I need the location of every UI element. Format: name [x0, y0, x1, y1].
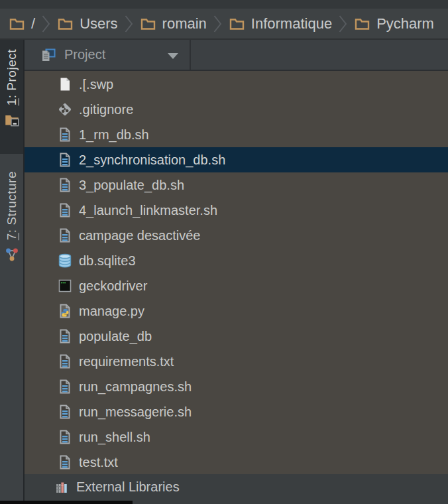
tree-item[interactable]: test.txt — [25, 450, 448, 474]
folder-icon — [354, 16, 370, 31]
external-libraries-area: External Libraries — [25, 474, 448, 504]
tree-item[interactable]: run_messagerie.sh — [25, 399, 448, 424]
breadcrumb-label: romain — [162, 15, 207, 32]
tree-item[interactable]: .gitignore — [25, 97, 448, 122]
breadcrumb-item[interactable]: Users — [57, 15, 117, 32]
breadcrumb: /UsersromainInformatiquePycharm — [0, 9, 448, 40]
chevron-right-separator-icon — [125, 15, 133, 33]
tree-item-label: 1_rm_db.sh — [79, 127, 149, 143]
header-divider — [190, 40, 191, 70]
tree-item[interactable]: manage.py — [25, 298, 448, 324]
tree-item[interactable]: geckodriver — [25, 273, 448, 298]
tree-item[interactable]: .[.swp — [25, 72, 448, 97]
sidebar-tab-label: 7: Structure — [5, 171, 18, 240]
toolwindow-title: Project — [64, 47, 105, 62]
sidebar-tab-project[interactable]: 1: Project — [0, 40, 23, 154]
breadcrumb-label: Informatique — [251, 15, 332, 32]
chevron-right-separator-icon — [42, 15, 50, 33]
breadcrumb-item[interactable]: Informatique — [229, 15, 332, 32]
python-file-icon — [57, 303, 73, 319]
project-toolwindow-header[interactable]: Project — [25, 40, 448, 71]
chevron-right-separator-icon — [213, 15, 222, 33]
database-icon — [57, 253, 73, 269]
text-file-icon — [57, 127, 73, 143]
text-file-icon — [57, 177, 73, 193]
tree-item-label: geckodriver — [79, 279, 147, 294]
tree-item[interactable]: populate_db — [25, 324, 448, 349]
breadcrumb-label: Users — [80, 15, 117, 32]
folder-icon — [57, 16, 74, 31]
tree-item-label: .gitignore — [79, 102, 133, 117]
text-file-icon — [57, 353, 73, 369]
tree-item[interactable]: requirements.txt — [25, 349, 448, 374]
structure-icon — [3, 246, 21, 263]
text-file-icon — [57, 202, 73, 218]
text-file-icon — [57, 227, 73, 243]
plain-file-icon — [57, 76, 73, 92]
text-file-icon — [57, 328, 73, 344]
folder-icon — [9, 16, 25, 31]
tree-item-label: db.sqlite3 — [79, 253, 136, 269]
tree-item[interactable]: campage desactivée — [25, 223, 448, 248]
project-toolwindow-icon — [40, 46, 57, 64]
text-file-icon — [57, 429, 73, 445]
tree-item[interactable]: 2_synchronisation_db.sh — [25, 147, 448, 172]
tree-item-label: run_shell.sh — [79, 430, 150, 445]
window-top-edge — [0, 0, 448, 9]
text-file-icon — [57, 454, 73, 470]
window-bottom-artifact — [0, 501, 133, 504]
text-file-icon — [57, 379, 73, 395]
library-books-icon — [54, 479, 70, 495]
folder-icon — [229, 16, 245, 31]
tree-item[interactable]: 1_rm_db.sh — [25, 122, 448, 147]
tree-item-label: 3_populate_db.sh — [79, 178, 184, 193]
tree-item-label: 4_launch_linkmaster.sh — [79, 203, 217, 218]
tree-item[interactable]: 3_populate_db.sh — [25, 172, 448, 198]
tree-item-label: run_messagerie.sh — [79, 405, 192, 420]
external-libraries-label: External Libraries — [76, 479, 180, 495]
text-file-icon — [57, 152, 73, 168]
external-libraries-node[interactable]: External Libraries — [25, 474, 448, 499]
folder-icon — [140, 16, 156, 31]
breadcrumb-label: / — [31, 15, 35, 32]
chevron-right-separator-icon — [339, 15, 347, 33]
breadcrumb-item[interactable]: Pycharm — [354, 15, 434, 32]
pycharm-project-toolwindow: /UsersromainInformatiquePycharm 1: Proje… — [0, 0, 448, 504]
chevron-down-icon[interactable] — [168, 53, 178, 59]
project-tree: .[.swp.gitignore1_rm_db.sh2_synchronisat… — [25, 71, 448, 474]
tree-item-label: manage.py — [79, 304, 144, 319]
tree-item-label: populate_db — [79, 329, 152, 344]
tree-item-label: .[.swp — [79, 77, 113, 92]
breadcrumb-label: Pycharm — [376, 15, 434, 32]
tree-item-label: test.txt — [79, 455, 118, 470]
breadcrumb-item[interactable]: romain — [140, 15, 207, 32]
git-file-icon — [57, 101, 73, 117]
tree-item[interactable]: 4_launch_linkmaster.sh — [25, 198, 448, 223]
tool-window-stripe: 1: Project7: Structure — [0, 40, 25, 504]
tree-item-label: campage desactivée — [79, 228, 200, 243]
sidebar-tab-structure[interactable]: 7: Structure — [0, 162, 23, 285]
breadcrumb-item[interactable]: / — [9, 15, 35, 32]
text-file-icon — [57, 404, 73, 420]
tree-item[interactable]: db.sqlite3 — [25, 248, 448, 273]
tree-item-label: requirements.txt — [79, 354, 174, 369]
sidebar-tab-label: 1: Project — [5, 49, 18, 105]
tree-item-label: run_campagnes.sh — [79, 379, 192, 395]
tree-item[interactable]: run_campagnes.sh — [25, 374, 448, 399]
terminal-icon — [57, 278, 73, 294]
project-folder-icon — [3, 111, 21, 129]
tree-item[interactable]: run_shell.sh — [25, 424, 448, 450]
tree-item-label: 2_synchronisation_db.sh — [79, 153, 225, 168]
